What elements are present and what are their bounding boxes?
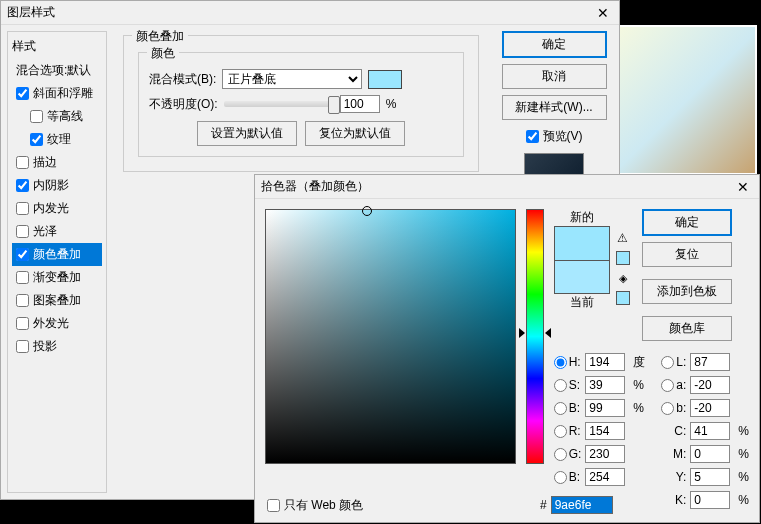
style-item[interactable]: 图案叠加 (12, 289, 102, 312)
style-item[interactable]: 颜色叠加 (12, 243, 102, 266)
bb-input[interactable] (585, 468, 625, 486)
h-radio[interactable]: H: (554, 355, 582, 369)
style-label: 颜色叠加 (33, 246, 81, 263)
ok-button[interactable]: 确定 (642, 209, 732, 236)
color-picker-titlebar[interactable]: 拾色器（叠加颜色） ✕ (255, 175, 759, 199)
l-input[interactable] (690, 353, 730, 371)
reset-button[interactable]: 复位 (642, 242, 732, 267)
reset-default-button[interactable]: 复位为默认值 (305, 121, 405, 146)
new-label: 新的 (554, 209, 610, 226)
canvas-image (617, 25, 757, 175)
style-label: 斜面和浮雕 (33, 85, 93, 102)
sv-cursor-icon (362, 206, 372, 216)
set-default-button[interactable]: 设置为默认值 (197, 121, 297, 146)
style-item[interactable]: 内阴影 (12, 174, 102, 197)
r-radio[interactable]: R: (554, 424, 582, 438)
new-color-swatch[interactable] (554, 226, 610, 260)
gamut-swatch[interactable] (616, 251, 630, 265)
style-item[interactable]: 等高线 (12, 105, 102, 128)
style-item[interactable]: 渐变叠加 (12, 266, 102, 289)
style-item[interactable]: 投影 (12, 335, 102, 358)
color-libraries-button[interactable]: 颜色库 (642, 316, 732, 341)
k-label: K: (661, 493, 686, 507)
hex-row: # (540, 496, 613, 514)
k-input[interactable] (690, 491, 730, 509)
style-item[interactable]: 内发光 (12, 197, 102, 220)
style-checkbox[interactable] (30, 133, 43, 146)
style-checkbox[interactable] (16, 340, 29, 353)
preview-checkbox[interactable]: 预览(V) (526, 126, 583, 147)
color-picker-title: 拾色器（叠加颜色） (261, 178, 733, 195)
a-radio[interactable]: a: (661, 378, 686, 392)
style-label: 外发光 (33, 315, 69, 332)
style-checkbox[interactable] (30, 110, 43, 123)
bb-radio[interactable]: B: (554, 470, 582, 484)
style-checkbox[interactable] (16, 317, 29, 330)
blend-options-item[interactable]: 混合选项:默认 (12, 59, 102, 82)
cube-icon[interactable]: ◈ (616, 271, 630, 285)
m-label: M: (661, 447, 686, 461)
y-input[interactable] (690, 468, 730, 486)
opacity-input[interactable] (340, 95, 380, 113)
color-group-title: 颜色 (147, 45, 179, 62)
overlay-color-swatch[interactable] (368, 70, 402, 89)
opacity-slider[interactable] (224, 101, 334, 107)
s-radio[interactable]: S: (554, 378, 582, 392)
style-item[interactable]: 斜面和浮雕 (12, 82, 102, 105)
color-overlay-group: 颜色叠加 颜色 混合模式(B): 正片叠底 不透明度(O): % (123, 35, 479, 172)
add-swatch-button[interactable]: 添加到色板 (642, 279, 732, 304)
g-radio[interactable]: G: (554, 447, 582, 461)
style-item[interactable]: 描边 (12, 151, 102, 174)
current-label: 当前 (554, 294, 610, 311)
b-input[interactable] (690, 399, 730, 417)
style-checkbox[interactable] (16, 248, 29, 261)
style-checkbox[interactable] (16, 179, 29, 192)
style-checkbox[interactable] (16, 156, 29, 169)
style-checkbox[interactable] (16, 202, 29, 215)
y-label: Y: (661, 470, 686, 484)
style-item[interactable]: 纹理 (12, 128, 102, 151)
hex-input[interactable] (551, 496, 613, 514)
c-label: C: (661, 424, 686, 438)
blend-mode-select[interactable]: 正片叠底 (222, 69, 362, 89)
h-input[interactable] (585, 353, 625, 371)
bv-input[interactable] (585, 399, 625, 417)
styles-header[interactable]: 样式 (12, 36, 102, 59)
style-label: 渐变叠加 (33, 269, 81, 286)
saturation-value-field[interactable] (265, 209, 516, 464)
gamut-warning-icon[interactable]: ⚠ (616, 231, 630, 245)
r-input[interactable] (585, 422, 625, 440)
l-radio[interactable]: L: (661, 355, 686, 369)
hue-indicator-icon (545, 328, 551, 338)
ok-button[interactable]: 确定 (502, 31, 607, 58)
section-title: 颜色叠加 (132, 28, 188, 45)
layer-style-title: 图层样式 (7, 4, 593, 21)
m-input[interactable] (690, 445, 730, 463)
hash-label: # (540, 498, 547, 512)
color-group: 颜色 混合模式(B): 正片叠底 不透明度(O): % 设置为默认值 (138, 52, 464, 157)
style-item[interactable]: 外发光 (12, 312, 102, 335)
current-color-swatch[interactable] (554, 260, 610, 294)
new-style-button[interactable]: 新建样式(W)... (502, 95, 607, 120)
style-item[interactable]: 光泽 (12, 220, 102, 243)
style-checkbox[interactable] (16, 294, 29, 307)
close-icon[interactable]: ✕ (593, 5, 613, 21)
c-input[interactable] (690, 422, 730, 440)
layer-style-titlebar[interactable]: 图层样式 ✕ (1, 1, 619, 25)
style-checkbox[interactable] (16, 225, 29, 238)
cancel-button[interactable]: 取消 (502, 64, 607, 89)
style-checkbox[interactable] (16, 271, 29, 284)
websafe-swatch[interactable] (616, 291, 630, 305)
s-input[interactable] (585, 376, 625, 394)
web-only-checkbox[interactable]: 只有 Web 颜色 (267, 497, 363, 514)
close-icon[interactable]: ✕ (733, 179, 753, 195)
blend-mode-label: 混合模式(B): (149, 71, 216, 88)
g-input[interactable] (585, 445, 625, 463)
a-input[interactable] (690, 376, 730, 394)
style-label: 投影 (33, 338, 57, 355)
bv-radio[interactable]: B: (554, 401, 582, 415)
style-checkbox[interactable] (16, 87, 29, 100)
hue-slider[interactable] (526, 209, 544, 464)
pct-label: % (386, 97, 397, 111)
b-radio[interactable]: b: (661, 401, 686, 415)
